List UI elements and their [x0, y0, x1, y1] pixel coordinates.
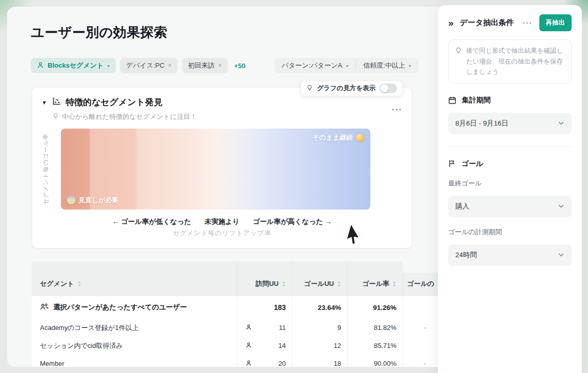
visit-uu-value: 20: [279, 360, 286, 367]
page-title: ユーザー別の効果探索: [31, 24, 167, 42]
panel-hint-text: 中心から離れた特徴的なセグメントに注目！: [62, 112, 197, 121]
final-goal-select[interactable]: 購入: [448, 196, 572, 217]
goal-rate-value: 90.00%: [374, 360, 396, 367]
goal-section: ゴール 最終ゴール 購入 ゴールの計測期間 24時間: [448, 159, 572, 266]
table-row[interactable]: セッション内でcid取得済み 14 12 85.71%: [32, 337, 448, 355]
period-value: 8月6日 - 9月16日: [455, 119, 509, 128]
header-label: セグメント: [40, 279, 74, 288]
chip-label: 初回来訪: [188, 61, 215, 70]
axis-mid-label: 未実施より: [204, 217, 239, 226]
liftup-heatmap[interactable]: そのまま継続 見直しが必要: [61, 129, 370, 210]
heatmap-annotation-bad: 見直しが必要: [67, 196, 119, 205]
collapse-caret-icon[interactable]: ▼: [41, 99, 47, 106]
sort-icon[interactable]: [77, 281, 81, 288]
person-icon: [245, 342, 252, 350]
segments-table: セグメント 訪問UU ゴールUU ゴール率 ゴールの: [32, 261, 448, 367]
filter-chip-first-visit[interactable]: 初回来訪 ×: [182, 58, 228, 73]
collapse-sidebar-icon[interactable]: »: [448, 18, 454, 28]
pattern-filter[interactable]: パターン:パターンA▾: [282, 61, 348, 70]
goal-window-select[interactable]: 24時間: [448, 244, 572, 266]
sidebar-title: データ抽出条件: [460, 18, 514, 28]
sidebar-header: » データ抽出条件 ··· 再抽出: [448, 14, 572, 31]
annotation-bad-text: 見直しが必要: [78, 196, 119, 205]
header-segment[interactable]: セグメント: [32, 261, 237, 296]
confidence-filter-label: 信頼度:中以上: [363, 61, 405, 69]
header-goal-uu[interactable]: ゴールUU: [292, 261, 347, 296]
extra-value: -: [424, 324, 426, 331]
goal-rate-cell: 81.82%: [347, 319, 403, 337]
axis-left-label: ← ゴール率が低くなった: [112, 217, 191, 226]
table-header-row: セグメント 訪問UU ゴールUU ゴール率 ゴールの: [32, 261, 448, 296]
axis-right-label: ゴール率が高くなった →: [253, 217, 332, 226]
goal-rate-value: 81.82%: [374, 324, 396, 331]
panel-title: 特徴的なセグメント発見: [66, 96, 162, 108]
fearful-face-emoji-icon: [67, 196, 75, 204]
goal-uu-cell: 12: [292, 337, 347, 355]
segment-name-cell: Member: [32, 355, 237, 367]
period-select[interactable]: 8月6日 - 9月16日: [448, 113, 572, 134]
graph-help-toggle[interactable]: グラフの見方を表示: [301, 80, 403, 96]
visit-uu-cell: 11: [237, 319, 292, 337]
goal-uu-value: 12: [334, 342, 341, 349]
goal-rate-cell: 90.00%: [347, 355, 403, 367]
header-goal-rate[interactable]: ゴール率: [347, 261, 403, 296]
table-row[interactable]: Academyのコース登録が1件以上 11 9 81.82% -: [32, 319, 448, 337]
filter-bar: Blocksセグメント ▾ デバイス:PC × 初回来訪 × +50: [31, 58, 247, 73]
more-options-icon[interactable]: ···: [392, 105, 403, 114]
more-filters-count[interactable]: +50: [232, 62, 247, 70]
mouse-cursor: [344, 224, 365, 250]
chip-label: デバイス:PC: [126, 61, 164, 70]
pattern-filter-label: パターン:パターンA: [282, 61, 342, 69]
period-section-header: 集計期間: [448, 96, 572, 105]
close-icon[interactable]: ×: [218, 62, 222, 69]
goal-section-title: ゴール: [461, 159, 484, 169]
goal-uu-cell: 23.64%: [292, 296, 347, 319]
sort-icon[interactable]: [392, 281, 396, 288]
header-label: 訪問UU: [256, 279, 279, 288]
goal-window-label: ゴールの計測期間: [448, 227, 572, 237]
chevron-down-icon: ▾: [107, 63, 110, 69]
person-icon: [245, 324, 252, 332]
table-row[interactable]: Member 20 18 90.00% -: [32, 355, 448, 367]
panel-hint: 中心から離れた特徴的なセグメントに注目！: [52, 112, 412, 121]
confidence-filter[interactable]: 信頼度:中以上▾: [363, 61, 411, 70]
final-goal-value: 購入: [455, 202, 469, 211]
goal-uu-value: 23.64%: [318, 304, 341, 312]
period-section-title: 集計期間: [462, 96, 491, 105]
toggle-switch[interactable]: [380, 84, 397, 93]
filter-chip-device[interactable]: デバイス:PC ×: [120, 58, 178, 73]
lightbulb-icon: [52, 113, 59, 121]
chevron-down-icon: [558, 252, 564, 258]
segment-name: Academyのコース登録が1件以上: [40, 323, 139, 333]
toggle-label: グラフの見方を表示: [317, 84, 375, 93]
blocks-segment-chip[interactable]: Blocksセグメント ▾: [31, 58, 116, 73]
close-icon[interactable]: ×: [168, 62, 172, 69]
visit-uu-value: 11: [279, 324, 286, 331]
segment-name-cell: セッション内でcid取得済み: [32, 337, 237, 355]
segment-name-cell: Academyのコース登録が1件以上: [32, 319, 237, 337]
chevron-down-icon: ▾: [346, 63, 348, 69]
divider: [355, 61, 356, 70]
goal-window-value: 24時間: [455, 251, 477, 260]
y-axis-label: セグメント毎のゴール率: [42, 133, 50, 205]
chevron-down-icon: [558, 203, 564, 210]
annotation-good-text: そのまま継続: [312, 133, 353, 142]
lightbulb-icon: [455, 47, 462, 54]
goal-rate-cell: 91.26%: [347, 296, 403, 319]
chevron-down-icon: ▾: [409, 63, 411, 69]
sort-icon[interactable]: [282, 281, 286, 288]
sort-icon[interactable]: [337, 281, 341, 288]
person-icon: [245, 360, 252, 367]
scatter-chart-icon: [52, 97, 61, 108]
pattern-confidence-filters: パターン:パターンA▾ 信頼度:中以上▾: [275, 58, 418, 73]
visit-uu-cell: 14: [237, 337, 292, 355]
segment-name: Member: [40, 360, 65, 367]
hugging-face-emoji-icon: [356, 134, 364, 142]
table-row[interactable]: 選択パターンがあたったすべてのユーザー 183 23.64% 91.26%: [32, 296, 448, 319]
header-visit-uu[interactable]: 訪問UU: [237, 261, 292, 296]
more-options-icon[interactable]: ···: [523, 19, 533, 27]
lightbulb-icon: [306, 85, 313, 93]
segment-name: セッション内でcid取得済み: [40, 341, 123, 350]
header-label: ゴールの: [407, 279, 434, 288]
re-extract-button[interactable]: 再抽出: [539, 14, 572, 31]
